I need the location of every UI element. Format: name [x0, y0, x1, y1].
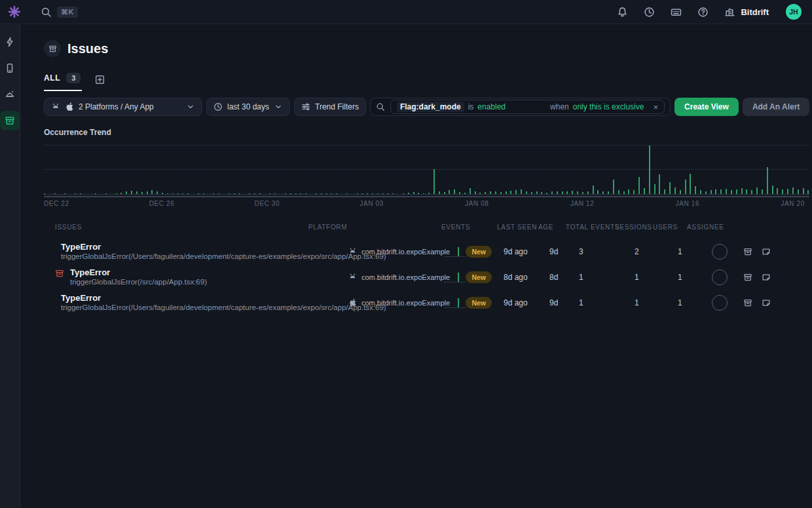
add-alert-button[interactable]: Add An Alert — [743, 98, 809, 116]
table-row[interactable]: TypeError triggerGlobalJsError(/Users/fa… — [44, 239, 809, 264]
archive-action-icon[interactable] — [743, 247, 752, 256]
col-total-events: TOTAL EVENTS — [566, 224, 615, 231]
issue-title: TypeError — [61, 242, 386, 252]
notifications-bell-icon[interactable] — [617, 7, 628, 18]
assignee-cell — [687, 295, 809, 311]
android-icon — [348, 273, 357, 281]
chip-value: enabled — [477, 102, 506, 111]
age-value: 9d — [538, 298, 566, 307]
issue-title: TypeError — [61, 293, 386, 303]
assignee-avatar-placeholder[interactable] — [712, 269, 728, 285]
issue-cell: TypeError triggerGlobalJsError(/src/app/… — [44, 267, 348, 287]
row-actions — [743, 273, 771, 282]
global-search[interactable]: ⌘K — [41, 7, 78, 18]
users-value: 1 — [653, 298, 687, 307]
package-name: com.bitdrift.io.expoExample — [361, 299, 450, 307]
chip-when: when — [550, 102, 569, 111]
col-age: AGE — [538, 224, 566, 231]
sidebar — [0, 24, 20, 508]
total-events-value: 1 — [566, 273, 615, 282]
sessions-value: 1 — [615, 298, 653, 307]
chart-x-axis-labels: DEC 22DEC 26DEC 30JAN 03JAN 08JAN 12JAN … — [44, 200, 809, 210]
keyboard-icon[interactable] — [671, 7, 682, 18]
note-action-icon[interactable] — [762, 298, 771, 307]
note-action-icon[interactable] — [762, 273, 771, 282]
package-name: com.bitdrift.io.expoExample — [361, 273, 450, 281]
chart-baseline — [44, 196, 809, 197]
trend-filters-label: Trend Filters — [315, 102, 359, 111]
table-row[interactable]: TypeError triggerGlobalJsError(/src/app/… — [44, 264, 809, 290]
assignee-avatar-placeholder[interactable] — [712, 295, 728, 311]
sidebar-item-alerts[interactable] — [0, 85, 20, 104]
users-value: 1 — [653, 273, 687, 282]
tabs-row: ALL 3 — [44, 73, 809, 91]
main-content: Issues ALL 3 2 Platfo — [20, 24, 812, 508]
row-actions — [743, 298, 771, 307]
platform-cell: com.bitdrift.io.expoExample — [348, 273, 444, 281]
date-range-select[interactable]: last 30 days — [206, 98, 290, 116]
assignee-avatar-placeholder[interactable] — [712, 244, 728, 260]
age-value: 8d — [538, 273, 566, 282]
archive-action-icon[interactable] — [743, 273, 752, 282]
archive-action-icon[interactable] — [743, 298, 752, 307]
table-row[interactable]: TypeError triggerGlobalJsError(/Users/fa… — [44, 290, 809, 315]
add-view-plus-icon[interactable] — [95, 75, 105, 85]
topbar-right: Bitdrift JH — [617, 4, 802, 20]
issue-cell: TypeError triggerGlobalJsError(/Users/fa… — [44, 293, 348, 313]
sidebar-item-devices[interactable] — [0, 58, 20, 78]
col-platform: PLATFORM — [301, 224, 435, 231]
package-name: com.bitdrift.io.expoExample — [361, 248, 450, 256]
col-assignee: ASSIGNEE — [687, 224, 809, 231]
chip-remove-icon[interactable]: × — [653, 102, 658, 112]
issues-box-icon — [48, 45, 57, 53]
clock-icon — [213, 102, 223, 111]
tab-all-count-badge: 3 — [66, 73, 81, 83]
assignee-cell — [687, 269, 809, 285]
row-actions — [743, 247, 771, 256]
lightning-icon — [5, 37, 15, 47]
events-cell: New — [444, 246, 497, 258]
filter-chip[interactable]: Flag:dark_mode is enabled when only this… — [390, 100, 665, 114]
brand-label: Bitdrift — [741, 7, 769, 17]
tab-all-label: ALL — [44, 73, 60, 83]
total-events-value: 3 — [566, 247, 615, 256]
note-action-icon[interactable] — [762, 247, 771, 256]
search-icon — [376, 102, 385, 111]
history-clock-icon[interactable] — [644, 7, 655, 18]
org-switcher[interactable]: Bitdrift — [724, 7, 769, 18]
table-header-row: ISSUES PLATFORM EVENTS LAST SEEN AGE TOT… — [44, 218, 809, 239]
last-seen-value: 8d ago — [497, 273, 538, 282]
page-header: Issues — [44, 40, 809, 57]
occurrence-trend-chart: Occurrence Trend DEC 22DEC 26DEC 30JAN 0… — [44, 128, 809, 210]
search-icon[interactable] — [41, 7, 52, 18]
create-view-button[interactable]: Create View — [674, 98, 739, 116]
help-icon[interactable] — [697, 7, 709, 18]
trend-filters-button[interactable]: Trend Filters — [294, 98, 366, 116]
issue-title: TypeError — [70, 267, 207, 277]
platform-filter-select[interactable]: 2 Platforms / Any App — [44, 98, 202, 116]
issues-box-icon — [5, 115, 15, 126]
chip-field: Flag:dark_mode — [397, 102, 464, 112]
date-range-label: last 30 days — [227, 102, 269, 111]
filter-row: 2 Platforms / Any App last 30 days — [44, 98, 809, 116]
sidebar-item-instant[interactable] — [0, 32, 20, 52]
events-sparkline — [444, 272, 466, 283]
topbar: ⌘K Bitdrift JH — [0, 0, 812, 24]
events-sparkline — [444, 298, 466, 308]
chevron-down-icon — [186, 102, 195, 111]
issue-location: triggerGlobalJsError(/Users/faguilera/de… — [61, 252, 386, 262]
apple-icon — [348, 298, 357, 307]
chip-condition: only this is exclusive — [573, 102, 644, 111]
tab-all[interactable]: ALL 3 — [44, 73, 82, 91]
chart-title: Occurrence Trend — [44, 128, 809, 137]
chevron-down-icon — [274, 102, 283, 111]
user-avatar[interactable]: JH — [786, 4, 802, 20]
bitdrift-logo-icon[interactable] — [8, 5, 21, 18]
sidebar-item-issues[interactable] — [0, 111, 20, 130]
apple-icon — [65, 102, 74, 111]
events-cell: New — [444, 297, 497, 309]
col-issues: ISSUES — [44, 224, 301, 231]
sessions-value: 1 — [615, 273, 653, 282]
issue-filter-input[interactable]: Flag:dark_mode is enabled when only this… — [370, 98, 671, 116]
alarm-bell-icon — [5, 89, 15, 100]
